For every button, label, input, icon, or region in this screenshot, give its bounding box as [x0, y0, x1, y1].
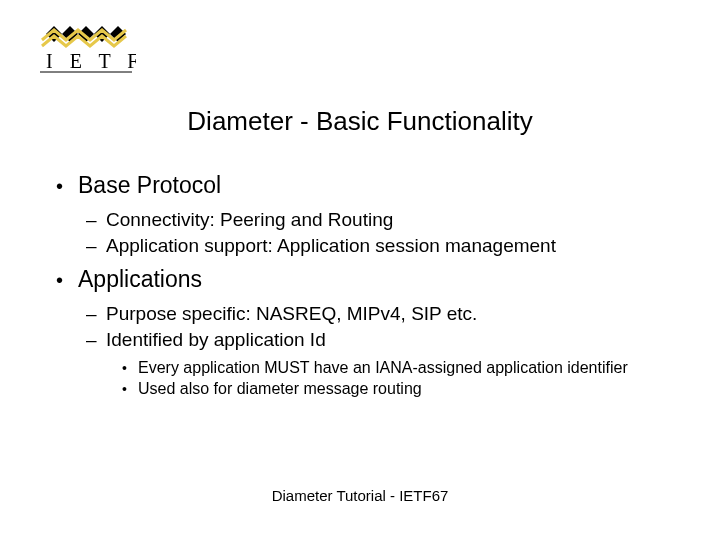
bullet-iana-id: Every application MUST have an IANA-assi…: [122, 357, 680, 379]
bullet-purpose-specific: Purpose specific: NASREQ, MIPv4, SIP etc…: [86, 301, 680, 327]
logo-text: I E T F: [46, 50, 136, 72]
ietf-logo: I E T F: [36, 24, 136, 76]
bullet-connectivity: Connectivity: Peering and Routing: [86, 207, 680, 233]
slide-footer: Diameter Tutorial - IETF67: [0, 487, 720, 504]
bullet-text: Every application MUST have an IANA-assi…: [138, 359, 628, 376]
slide-body: Base Protocol Connectivity: Peering and …: [56, 170, 680, 406]
bullet-text: Base Protocol: [78, 172, 221, 198]
bullet-text: Used also for diameter message routing: [138, 380, 422, 397]
bullet-applications: Applications Purpose specific: NASREQ, M…: [56, 264, 680, 400]
bullet-base-protocol: Base Protocol Connectivity: Peering and …: [56, 170, 680, 258]
bullet-text: Identified by application Id: [106, 329, 326, 350]
bullet-text: Connectivity: Peering and Routing: [106, 209, 393, 230]
bullet-text: Purpose specific: NASREQ, MIPv4, SIP etc…: [106, 303, 477, 324]
slide-title: Diameter - Basic Functionality: [0, 106, 720, 137]
slide: I E T F Diameter - Basic Functionality B…: [0, 0, 720, 540]
bullet-identified-by-id: Identified by application Id Every appli…: [86, 327, 680, 400]
bullet-text: Application support: Application session…: [106, 235, 556, 256]
bullet-msg-routing: Used also for diameter message routing: [122, 378, 680, 400]
bullet-text: Applications: [78, 266, 202, 292]
bullet-app-support: Application support: Application session…: [86, 233, 680, 259]
